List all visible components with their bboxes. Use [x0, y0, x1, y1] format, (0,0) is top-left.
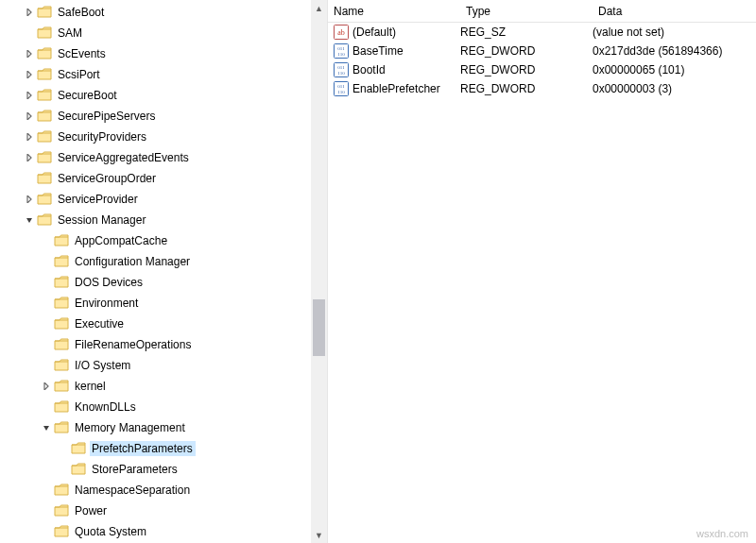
folder-icon [37, 151, 52, 164]
expand-icon[interactable] [23, 130, 36, 144]
tree-item[interactable]: FileRenameOperations [0, 334, 327, 355]
expand-icon[interactable] [23, 47, 36, 60]
tree-item[interactable]: ScsiPort [0, 64, 327, 85]
tree-item[interactable]: Session Manager [0, 210, 327, 230]
tree-item[interactable]: ServiceProvider [0, 189, 327, 210]
list-row[interactable]: 011110BaseTimeREG_DWORD0x217dd3de (56189… [328, 42, 756, 60]
value-data: 0x00000065 (101) [593, 63, 756, 76]
folder-icon [54, 317, 69, 331]
tree-item[interactable]: PrefetchParameters [0, 438, 327, 459]
tree-item[interactable]: NamespaceSeparation [0, 480, 327, 501]
expand-icon[interactable] [40, 380, 53, 393]
folder-icon [37, 6, 52, 19]
expand-icon[interactable] [23, 193, 36, 206]
tree-view[interactable]: SafeBootSAMScEventsScsiPortSecureBootSec… [0, 0, 327, 543]
value-data: 0x00000003 (3) [593, 82, 756, 95]
svg-text:110: 110 [337, 90, 345, 94]
svg-text:011: 011 [337, 65, 345, 70]
tree-item-label: Quota System [73, 524, 149, 539]
tree-item[interactable]: DOS Devices [0, 272, 327, 293]
tree-item[interactable]: SAM [0, 23, 327, 43]
expand-icon[interactable] [23, 110, 36, 123]
folder-icon [37, 26, 52, 40]
folder-icon [54, 380, 69, 393]
scroll-up-button[interactable]: ▲ [311, 0, 327, 16]
tree-item-label: Power [73, 503, 110, 518]
folder-icon [37, 110, 52, 123]
scroll-track[interactable] [311, 16, 327, 527]
tree-item[interactable]: Power [0, 501, 327, 521]
expand-icon[interactable] [23, 151, 36, 164]
tree-item[interactable]: SecureBoot [0, 85, 327, 106]
svg-text:011: 011 [337, 46, 345, 51]
column-header-type[interactable]: Type [460, 0, 593, 22]
tree-item-label: AppCompatCache [73, 233, 170, 248]
tree-item[interactable]: Executive [0, 314, 327, 334]
svg-text:ab: ab [337, 28, 345, 37]
folder-icon [54, 504, 69, 518]
tree-item[interactable]: Quota System [0, 521, 327, 542]
tree-item-label: ScEvents [56, 46, 109, 61]
tree-item-label: SecurePipeServers [56, 109, 158, 124]
tree-item-label: ServiceGroupOrder [56, 171, 159, 186]
tree-item[interactable]: SecurityProviders [0, 127, 327, 147]
tree-item[interactable]: kernel [0, 376, 327, 397]
folder-icon [54, 297, 69, 310]
list-row[interactable]: ab(Default)REG_SZ(value not set) [328, 23, 756, 42]
folder-icon [54, 400, 69, 414]
column-header-data[interactable]: Data [593, 0, 756, 22]
folder-icon [37, 68, 52, 81]
tree-item-label: StoreParameters [90, 462, 180, 477]
tree-item[interactable]: Environment [0, 293, 327, 314]
tree-item[interactable]: KnownDLLs [0, 397, 327, 417]
svg-text:110: 110 [337, 71, 345, 76]
svg-text:011: 011 [337, 84, 345, 89]
tree-item[interactable]: SecurePipeServers [0, 106, 327, 127]
value-name: BootId [352, 63, 460, 76]
folder-icon [37, 213, 52, 227]
vertical-scrollbar[interactable]: ▲ ▼ [311, 0, 327, 543]
tree-item-label: SecureBoot [56, 88, 120, 103]
value-name: EnablePrefetcher [352, 82, 460, 95]
folder-icon [37, 47, 52, 60]
tree-item[interactable]: Memory Management [0, 417, 327, 438]
folder-icon [54, 525, 69, 538]
collapse-icon[interactable] [23, 213, 36, 227]
tree-item[interactable]: ServiceGroupOrder [0, 168, 327, 189]
list-header: Name Type Data [328, 0, 756, 23]
tree-item[interactable]: I/O System [0, 355, 327, 376]
value-data: 0x217dd3de (561894366) [593, 44, 756, 58]
folder-icon [37, 89, 52, 102]
tree-item[interactable]: ServiceAggregatedEvents [0, 147, 327, 168]
tree-item[interactable]: SafeBoot [0, 2, 327, 23]
expand-icon[interactable] [23, 6, 36, 19]
expand-icon[interactable] [23, 68, 36, 81]
column-header-name[interactable]: Name [328, 0, 460, 22]
scroll-thumb[interactable] [313, 299, 325, 356]
tree-item-label: PrefetchParameters [90, 441, 196, 456]
expand-icon[interactable] [23, 89, 36, 102]
tree-item-label: Memory Management [73, 420, 188, 435]
tree-item-label: Session Manager [56, 212, 148, 228]
value-name: (Default) [352, 25, 460, 39]
value-type: REG_DWORD [460, 82, 593, 95]
folder-icon [54, 276, 69, 289]
scroll-down-button[interactable]: ▼ [311, 527, 327, 543]
folder-icon [54, 338, 69, 351]
tree-item[interactable]: Configuration Manager [0, 251, 327, 272]
tree-item-label: I/O System [73, 358, 133, 373]
tree-item[interactable]: StoreParameters [0, 459, 327, 480]
tree-item-label: ScsiPort [56, 67, 103, 82]
collapse-icon[interactable] [40, 421, 53, 434]
tree-item[interactable]: ScEvents [0, 43, 327, 64]
folder-icon [54, 255, 69, 268]
reg-dword-icon: 011110 [334, 62, 349, 77]
list-row[interactable]: 011110BootIdREG_DWORD0x00000065 (101) [328, 60, 756, 79]
value-type: REG_DWORD [460, 44, 593, 58]
list-view[interactable]: ab(Default)REG_SZ(value not set)011110Ba… [328, 23, 756, 98]
tree-item-label: Configuration Manager [73, 254, 193, 269]
tree-item[interactable]: AppCompatCache [0, 230, 327, 251]
folder-icon [54, 234, 69, 247]
folder-icon [37, 172, 52, 185]
list-row[interactable]: 011110EnablePrefetcherREG_DWORD0x0000000… [328, 79, 756, 98]
